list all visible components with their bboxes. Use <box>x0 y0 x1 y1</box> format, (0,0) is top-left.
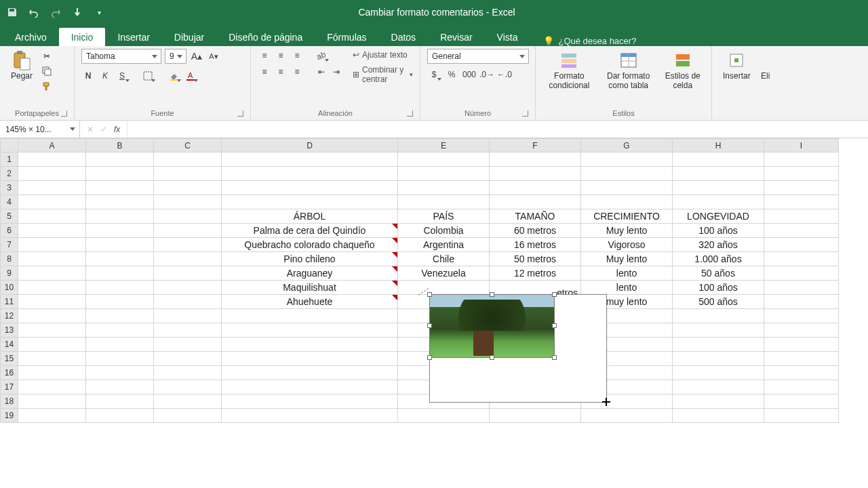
cell-H9[interactable]: 50 años <box>673 266 764 281</box>
select-all-corner[interactable] <box>1 139 18 152</box>
row-header-5[interactable]: 5 <box>1 209 18 224</box>
cell-C16[interactable] <box>154 366 222 380</box>
cell-B19[interactable] <box>86 409 154 423</box>
accounting-format-icon[interactable]: $ <box>427 68 441 81</box>
cell-A19[interactable] <box>18 409 86 423</box>
cell-F6[interactable]: 60 metros <box>490 224 581 238</box>
cell-A15[interactable] <box>18 352 86 366</box>
row-header-9[interactable]: 9 <box>1 266 18 281</box>
cell-G19[interactable] <box>581 409 673 423</box>
tab-insertar[interactable]: Insertar <box>105 28 161 46</box>
cell-H4[interactable] <box>673 195 764 209</box>
cell-A5[interactable] <box>18 209 86 224</box>
font-name-dropdown[interactable]: Tahoma <box>81 49 161 64</box>
cell-I10[interactable] <box>764 281 839 295</box>
cell-G10[interactable]: lento <box>581 281 673 295</box>
tab-diseno-pagina[interactable]: Diseño de página <box>216 28 315 46</box>
resize-handle-lm[interactable] <box>427 323 432 328</box>
cell-H16[interactable] <box>673 366 764 380</box>
cell-I14[interactable] <box>764 338 839 352</box>
col-header-I[interactable]: I <box>764 139 839 152</box>
cell-A3[interactable] <box>18 181 86 195</box>
cell-B6[interactable] <box>86 224 154 238</box>
cell-H19[interactable] <box>673 409 764 423</box>
cell-C1[interactable] <box>154 152 222 167</box>
cell-D1[interactable] <box>222 152 398 167</box>
tab-revisar[interactable]: Revisar <box>428 28 484 46</box>
cell-H7[interactable]: 320 años <box>673 238 764 252</box>
cell-B2[interactable] <box>86 167 154 181</box>
decrease-decimal-icon[interactable]: ←.0 <box>498 68 511 81</box>
border-icon[interactable] <box>141 69 155 83</box>
cell-I9[interactable] <box>764 266 839 281</box>
cell-F5[interactable]: TAMAÑO <box>490 209 581 224</box>
resize-handle-bm[interactable] <box>490 355 494 360</box>
paste-button[interactable]: Pegar <box>7 49 37 83</box>
align-top-icon[interactable]: ≡ <box>258 49 271 62</box>
cell-G4[interactable] <box>581 195 673 209</box>
cell-B18[interactable] <box>86 394 154 409</box>
cell-C18[interactable] <box>154 394 222 409</box>
row-header-11[interactable]: 11 <box>1 295 18 309</box>
row-header-13[interactable]: 13 <box>1 323 18 338</box>
cell-E3[interactable] <box>398 181 490 195</box>
cell-C8[interactable] <box>154 252 222 266</box>
tab-archivo[interactable]: Archivo <box>3 28 59 46</box>
tab-vista[interactable]: Vista <box>485 28 530 46</box>
align-middle-icon[interactable]: ≡ <box>274 49 288 62</box>
row-header-7[interactable]: 7 <box>1 238 18 252</box>
row-header-19[interactable]: 19 <box>1 409 18 423</box>
cell-B11[interactable] <box>86 295 154 309</box>
tab-dibujar[interactable]: Dibujar <box>162 28 216 46</box>
cell-C7[interactable] <box>154 238 222 252</box>
orientation-icon[interactable]: ab <box>315 49 328 62</box>
row-header-14[interactable]: 14 <box>1 338 18 352</box>
comma-format-icon[interactable]: 000 <box>462 68 476 81</box>
format-as-table-button[interactable]: Dar formato como tabla <box>600 49 657 92</box>
cell-D13[interactable] <box>222 323 398 338</box>
cell-A17[interactable] <box>18 380 86 394</box>
cell-D5[interactable]: ÁRBOL <box>222 209 398 224</box>
cell-H13[interactable] <box>673 323 764 338</box>
cell-B4[interactable] <box>86 195 154 209</box>
cell-E9[interactable]: Venezuela <box>398 266 490 281</box>
cell-D19[interactable] <box>222 409 398 423</box>
cell-C5[interactable] <box>154 209 222 224</box>
cell-C19[interactable] <box>154 409 222 423</box>
cell-D11[interactable]: Ahuehuete <box>222 295 398 309</box>
cell-G8[interactable]: Muy lento <box>581 252 673 266</box>
cell-F10[interactable]: etros <box>490 281 581 295</box>
increase-font-icon[interactable]: A▴ <box>190 49 203 63</box>
cell-E4[interactable] <box>398 195 490 209</box>
cell-C6[interactable] <box>154 224 222 238</box>
number-format-dropdown[interactable]: General <box>427 49 529 64</box>
cell-D10[interactable]: Maquilishuat <box>222 281 398 295</box>
cell-C11[interactable] <box>154 295 222 309</box>
wrap-text-button[interactable]: ↩ Ajustar texto <box>353 49 413 61</box>
cell-B13[interactable] <box>86 323 154 338</box>
cell-E7[interactable]: Argentina <box>398 238 490 252</box>
formula-input[interactable] <box>127 121 868 138</box>
col-header-G[interactable]: G <box>581 139 673 152</box>
cell-D7[interactable]: Quebracho colorado chaqueño <box>222 238 398 252</box>
cell-C15[interactable] <box>154 352 222 366</box>
cell-A13[interactable] <box>18 323 86 338</box>
conditional-formatting-button[interactable]: Formato condicional <box>542 49 596 92</box>
cell-H3[interactable] <box>673 181 764 195</box>
redo-icon[interactable] <box>49 5 62 19</box>
cell-A14[interactable] <box>18 338 86 352</box>
row-header-1[interactable]: 1 <box>1 152 18 167</box>
cell-A1[interactable] <box>18 152 86 167</box>
cell-E6[interactable]: Colombia <box>398 224 490 238</box>
italic-button[interactable]: K <box>98 69 112 83</box>
cell-H12[interactable] <box>673 309 764 323</box>
cell-H11[interactable]: 500 años <box>673 295 764 309</box>
cell-A12[interactable] <box>18 309 86 323</box>
cell-A9[interactable] <box>18 266 86 281</box>
cell-C10[interactable] <box>154 281 222 295</box>
cell-H2[interactable] <box>673 167 764 181</box>
cell-B5[interactable] <box>86 209 154 224</box>
col-header-F[interactable]: F <box>490 139 581 152</box>
cell-G2[interactable] <box>581 167 673 181</box>
row-header-4[interactable]: 4 <box>1 195 18 209</box>
